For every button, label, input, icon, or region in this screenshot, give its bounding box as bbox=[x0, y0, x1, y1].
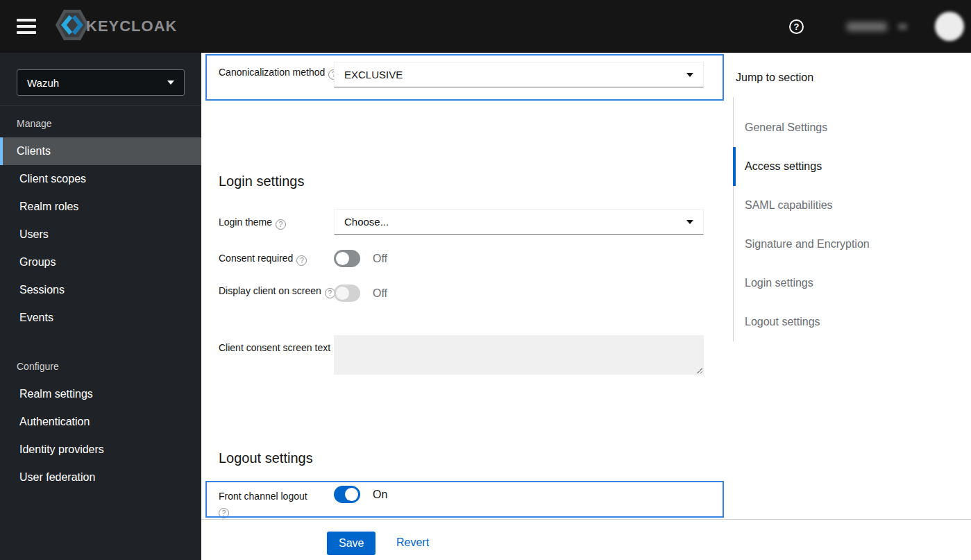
jump-to-section-title: Jump to section bbox=[736, 71, 813, 84]
help-icon[interactable]: ? bbox=[296, 255, 307, 266]
help-icon[interactable]: ? bbox=[789, 19, 804, 34]
nav-section-configure: Configure bbox=[0, 332, 201, 380]
jump-item-signature-and-encryption[interactable]: Signature and Encryption bbox=[734, 225, 913, 264]
sidebar-item-sessions[interactable]: Sessions bbox=[0, 276, 201, 304]
jump-item-general-settings[interactable]: General Settings bbox=[734, 108, 913, 147]
user-menu-chevron-down-icon[interactable] bbox=[898, 24, 907, 30]
sidebar-item-client-scopes[interactable]: Client scopes bbox=[0, 165, 201, 193]
avatar[interactable] bbox=[935, 12, 964, 41]
jump-item-login-settings[interactable]: Login settings bbox=[734, 264, 913, 303]
login-settings-heading: Login settings bbox=[219, 173, 304, 189]
keycloak-hexagon-icon bbox=[54, 9, 90, 44]
resize-handle-icon bbox=[695, 366, 702, 373]
highlight-box-front-channel-logout bbox=[205, 481, 724, 518]
brand-title: KEYCLOAK bbox=[86, 17, 177, 35]
jump-to-section-nav: General Settings Access settings SAML ca… bbox=[733, 97, 913, 341]
chevron-down-icon bbox=[167, 80, 174, 85]
login-theme-label: Login theme? bbox=[219, 214, 286, 230]
username-redacted[interactable] bbox=[847, 22, 887, 31]
sidebar-item-authentication[interactable]: Authentication bbox=[0, 408, 201, 436]
help-icon[interactable]: ? bbox=[276, 219, 286, 230]
jump-item-logout-settings[interactable]: Logout settings bbox=[734, 303, 913, 341]
sidebar: Wazuh Manage Clients Client scopes Realm… bbox=[0, 53, 201, 560]
login-theme-select[interactable]: Choose... bbox=[334, 209, 704, 235]
nav-toggle-hamburger-icon[interactable] bbox=[17, 19, 36, 34]
sidebar-item-users[interactable]: Users bbox=[0, 221, 201, 248]
realm-selector-value: Wazuh bbox=[27, 77, 59, 89]
display-client-on-screen-state: Off bbox=[373, 287, 387, 300]
jump-item-saml-capabilities[interactable]: SAML capabilities bbox=[734, 186, 913, 225]
logout-settings-heading: Logout settings bbox=[219, 450, 313, 466]
jump-item-access-settings[interactable]: Access settings bbox=[733, 147, 913, 186]
keycloak-logo[interactable]: KEYCLOAK bbox=[54, 9, 177, 44]
sidebar-item-user-federation[interactable]: User federation bbox=[0, 464, 201, 491]
sidebar-item-events[interactable]: Events bbox=[0, 304, 201, 332]
login-theme-value: Choose... bbox=[344, 216, 389, 228]
masthead: KEYCLOAK ? bbox=[0, 0, 971, 53]
chevron-down-icon bbox=[686, 220, 693, 224]
client-consent-screen-text-label: Client consent screen text? bbox=[219, 339, 344, 356]
sidebar-item-realm-roles[interactable]: Realm roles bbox=[0, 193, 201, 221]
sidebar-item-clients[interactable]: Clients bbox=[0, 137, 201, 165]
nav-section-manage: Manage bbox=[0, 105, 201, 137]
client-consent-screen-text-textarea bbox=[334, 335, 704, 375]
realm-selector[interactable]: Wazuh bbox=[17, 69, 185, 96]
highlight-box-canonicalization bbox=[205, 54, 724, 101]
form-footer-divider bbox=[201, 519, 971, 520]
consent-required-state: Off bbox=[373, 253, 387, 265]
save-button[interactable]: Save bbox=[327, 532, 375, 555]
sidebar-item-identity-providers[interactable]: Identity providers bbox=[0, 436, 201, 464]
revert-link[interactable]: Revert bbox=[396, 536, 429, 549]
display-client-on-screen-label: Display client on screen? bbox=[219, 282, 335, 299]
sidebar-item-realm-settings[interactable]: Realm settings bbox=[0, 380, 201, 408]
display-client-on-screen-toggle bbox=[334, 285, 360, 302]
consent-required-toggle[interactable] bbox=[334, 250, 360, 267]
sidebar-item-groups[interactable]: Groups bbox=[0, 248, 201, 276]
client-settings-form: Canonicalization method? EXCLUSIVE Login… bbox=[201, 53, 971, 560]
consent-required-label: Consent required? bbox=[219, 250, 307, 266]
